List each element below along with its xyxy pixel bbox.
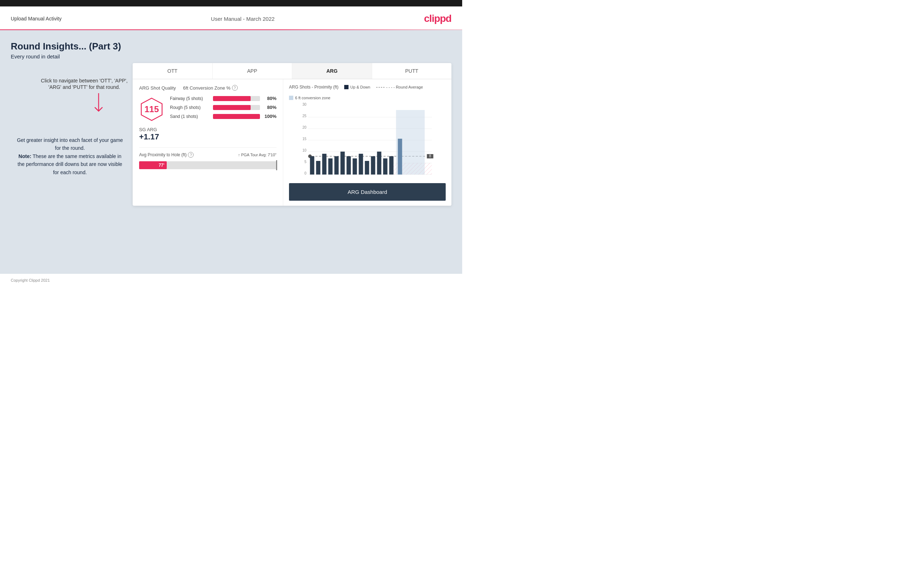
svg-text:0: 0: [304, 171, 307, 175]
tab-ott[interactable]: OTT: [132, 63, 213, 79]
svg-rect-23: [328, 158, 333, 174]
upload-label: Upload Manual Activity: [11, 16, 62, 21]
proximity-value: 77': [158, 163, 166, 168]
svg-rect-25: [341, 152, 345, 174]
pga-label: ↑ PGA Tour Avg: 7'10": [238, 153, 276, 157]
svg-rect-33: [389, 156, 394, 174]
shot-row-rough: Rough (5 shots) 80%: [170, 105, 276, 110]
fairway-pct: 80%: [263, 96, 276, 101]
proximity-section: Avg Proximity to Hole (ft) ? ↑ PGA Tour …: [139, 147, 276, 169]
help-icon[interactable]: ?: [232, 85, 238, 91]
sand-pct: 100%: [263, 114, 276, 119]
svg-rect-31: [377, 152, 381, 174]
svg-rect-21: [316, 161, 321, 174]
insight-text: Get greater insight into each facet of y…: [17, 137, 123, 151]
clippd-logo: clippd: [424, 13, 451, 24]
svg-rect-20: [310, 156, 315, 174]
footer: Copyright Clippd 2021: [0, 274, 462, 287]
sand-bar: [213, 114, 260, 119]
legend-round-avg-label: - - - - Round Average: [386, 85, 423, 89]
proximity-header: Avg Proximity to Hole (ft) ? ↑ PGA Tour …: [139, 152, 276, 158]
svg-text:10: 10: [302, 148, 307, 152]
sand-label: Sand (1 shots): [170, 114, 213, 119]
conversion-label: 6ft Conversion Zone % ?: [183, 85, 238, 91]
legend-dash-icon: - - - -: [376, 84, 384, 90]
proximity-bar: 77': [139, 161, 276, 169]
svg-rect-27: [353, 158, 357, 174]
fairway-bar-fill: [213, 96, 250, 101]
fairway-label: Fairway (5 shots): [170, 96, 213, 101]
shot-row-sand: Sand (1 shots) 100%: [170, 114, 276, 119]
left-panel: Click to navigate between 'OTT', 'APP', …: [11, 63, 132, 206]
svg-rect-29: [365, 161, 369, 174]
arrow-icon: [90, 93, 108, 118]
dashboard-right-section: ARG Shots - Proximity (ft) Up & Down - -…: [283, 79, 451, 206]
proximity-bar-fill: 77': [139, 161, 167, 169]
legend-roundavg: - - - - - - - - Round Average: [376, 84, 423, 90]
tab-app[interactable]: APP: [213, 63, 292, 79]
header-left: Upload Manual Activity: [11, 16, 62, 21]
page-title: Round Insights... (Part 3): [11, 41, 451, 52]
shot-row-fairway: Fairway (5 shots) 80%: [170, 96, 276, 101]
section-header-row: ARG Shot Quality 6ft Conversion Zone % ?: [139, 85, 276, 91]
tabs-row: OTT APP ARG PUTT: [132, 63, 451, 79]
rough-bar-fill: [213, 105, 250, 110]
hex-bars-row: 115 Fairway (5 shots) 80%: [139, 96, 276, 122]
legend-6ft: 6 ft conversion zone: [289, 96, 330, 100]
chart-header: ARG Shots - Proximity (ft) Up & Down - -…: [289, 84, 446, 100]
legend-updown: Up & Down: [344, 85, 370, 89]
sand-bar-fill: [213, 114, 260, 119]
svg-rect-32: [383, 158, 388, 174]
svg-rect-24: [334, 156, 339, 174]
proximity-chart: 0 5 10 15 20 25 30: [289, 103, 446, 178]
main-content: Round Insights... (Part 3) Every round i…: [0, 30, 462, 274]
proximity-cursor: [276, 160, 277, 170]
header-center-text: User Manual - March 2022: [211, 16, 275, 22]
sg-section: SG ARG +1.17: [139, 127, 276, 142]
chart-area: 0 5 10 15 20 25 30: [289, 103, 446, 180]
tab-putt[interactable]: PUTT: [372, 63, 452, 79]
rough-label: Rough (5 shots): [170, 105, 213, 110]
nav-instruction-area: Click to navigate between 'OTT', 'APP', …: [11, 77, 129, 118]
legend-square-6ft: [289, 96, 293, 100]
dashboard-body: ARG Shot Quality 6ft Conversion Zone % ?: [132, 79, 451, 206]
chart-title: ARG Shots - Proximity (ft): [289, 85, 338, 90]
content-row: Click to navigate between 'OTT', 'APP', …: [11, 63, 451, 206]
note-label: Note:: [19, 153, 32, 159]
tab-arg[interactable]: ARG: [292, 63, 372, 79]
proximity-label: Avg Proximity to Hole (ft) ?: [139, 152, 194, 158]
legend-square-updown: [344, 85, 349, 89]
fairway-bar: [213, 96, 260, 101]
copyright-text: Copyright Clippd 2021: [11, 278, 50, 282]
shot-bars: Fairway (5 shots) 80% Rough (5 shots): [170, 96, 276, 122]
dashboard-card: OTT APP ARG PUTT ARG Shot Quali: [132, 63, 451, 206]
svg-rect-22: [322, 154, 326, 174]
sg-label: SG ARG: [139, 127, 276, 132]
hex-number: 115: [144, 104, 159, 114]
svg-rect-28: [359, 154, 363, 174]
svg-rect-35: [398, 139, 402, 174]
svg-text:20: 20: [302, 126, 307, 129]
svg-rect-26: [347, 156, 351, 174]
hexagon-badge: 115: [139, 97, 164, 122]
rough-pct: 80%: [263, 105, 276, 110]
svg-text:5: 5: [304, 160, 307, 164]
top-bar: [0, 0, 462, 6]
shot-quality-label: ARG Shot Quality: [139, 85, 176, 91]
svg-text:8: 8: [429, 154, 431, 158]
proximity-help-icon[interactable]: ?: [188, 152, 194, 158]
svg-rect-30: [371, 156, 375, 174]
sg-value: +1.17: [139, 132, 276, 142]
svg-text:30: 30: [302, 103, 307, 106]
arg-dashboard-button[interactable]: ARG Dashboard: [289, 183, 446, 201]
rough-bar: [213, 105, 260, 110]
svg-text:15: 15: [302, 137, 307, 141]
nav-instruction-text: Click to navigate between 'OTT', 'APP', …: [39, 77, 129, 90]
page-subtitle: Every round in detail: [11, 53, 451, 60]
arrow-annotation: [11, 93, 108, 118]
insight-box: Get greater insight into each facet of y…: [11, 136, 129, 176]
dashboard-left-section: ARG Shot Quality 6ft Conversion Zone % ?: [132, 79, 283, 206]
note-text: These are the same metrics available in …: [18, 153, 122, 175]
svg-text:25: 25: [302, 114, 307, 118]
header: Upload Manual Activity User Manual - Mar…: [0, 6, 462, 29]
